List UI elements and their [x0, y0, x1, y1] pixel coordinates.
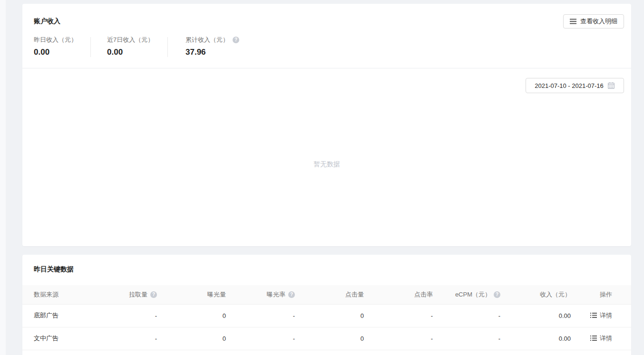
col-header-income: 收入（元） [500, 285, 571, 304]
date-range-value: 2021-07-10 - 2021-07-16 [535, 82, 604, 89]
help-icon[interactable]: ? [288, 291, 295, 298]
ad-revenue-dashboard: 账户收入 查看收入明细 昨日收入（元） 0.00 近7日收入（元） 0.00 [0, 0, 644, 355]
col-header-source: 数据来源 [22, 285, 109, 304]
stat-value-last7days: 0.00 [107, 47, 167, 58]
stat-value-yesterday: 0.00 [34, 47, 90, 58]
empty-state-text: 暂无数据 [22, 160, 631, 169]
cell-impressions: 0 [157, 327, 226, 350]
cell-income: 0.00 [500, 327, 571, 350]
col-header-pull-count: 拉取量? [109, 285, 157, 304]
table-row-bottom-ad: 底部广告 - 0 - 0 - - 0.00 详情 [22, 304, 631, 327]
stat-total-income: 累计收入（元） ? 37.96 [185, 36, 239, 58]
key-data-title: 昨日关键数据 [22, 255, 631, 274]
account-income-card: 账户收入 查看收入明细 昨日收入（元） 0.00 近7日收入（元） 0.00 [22, 4, 631, 246]
cell-pull-count: - [109, 327, 157, 350]
cell-click-rate: - [364, 304, 433, 327]
list-detail-icon [590, 335, 597, 341]
col-header-click-rate: 点击率 [364, 285, 433, 304]
cell-clicks: 0 [295, 327, 364, 350]
income-chart-area: 2021-07-10 - 2021-07-16 [22, 68, 631, 246]
cell-ecpm: - [433, 304, 500, 327]
cell-impression-rate: - [226, 327, 295, 350]
detail-link[interactable]: 详情 [590, 334, 612, 343]
help-icon[interactable]: ? [233, 37, 239, 43]
view-income-detail-label: 查看收入明细 [580, 17, 617, 26]
date-range-picker[interactable]: 2021-07-10 - 2021-07-16 [526, 78, 624, 93]
table-header-row: 数据来源 拉取量? 曝光量 曝光率? 点击量 点击率 eCPM（元）? 收入（元… [22, 285, 631, 304]
stat-label-last7days: 近7日收入（元） [107, 36, 154, 44]
cell-ecpm: - [433, 327, 500, 350]
stat-yesterday-income: 昨日收入（元） 0.00 [34, 36, 90, 58]
key-data-card: 昨日关键数据 数据来源 拉取量? 曝光量 曝光率? 点击量 点击率 eCPM（元… [22, 255, 631, 355]
stat-value-total: 37.96 [185, 47, 239, 58]
cell-impressions: 0 [157, 304, 226, 327]
cell-income: 0.00 [500, 304, 571, 327]
cell-impression-rate: - [226, 304, 295, 327]
cell-source: 底部广告 [22, 304, 109, 327]
table-row-intext-ad: 文中广告 - 0 - 0 - - 0.00 详情 [22, 327, 631, 350]
left-gutter [0, 0, 6, 355]
stat-label-total: 累计收入（元） [185, 36, 229, 44]
calendar-icon [607, 82, 615, 89]
account-income-title: 账户收入 [34, 17, 60, 26]
col-header-impressions: 曝光量 [157, 285, 226, 304]
account-income-header: 账户收入 查看收入明细 [22, 4, 631, 29]
help-icon[interactable]: ? [150, 291, 157, 298]
stat-divider [90, 37, 91, 57]
menu-icon [570, 19, 576, 24]
cell-pull-count: - [109, 304, 157, 327]
col-header-action: 操作 [571, 285, 631, 304]
col-header-ecpm: eCPM（元）? [433, 285, 500, 304]
stat-last7days-income: 近7日收入（元） 0.00 [107, 36, 167, 58]
view-income-detail-button[interactable]: 查看收入明细 [563, 14, 624, 29]
stat-label-yesterday: 昨日收入（元） [34, 36, 77, 44]
income-stats: 昨日收入（元） 0.00 近7日收入（元） 0.00 累计收入（元） ? 37.… [22, 36, 631, 58]
detail-link-label: 详情 [600, 334, 612, 343]
detail-link-label: 详情 [600, 311, 612, 320]
col-header-clicks: 点击量 [295, 285, 364, 304]
list-detail-icon [590, 312, 597, 318]
help-icon[interactable]: ? [494, 291, 500, 298]
detail-link[interactable]: 详情 [590, 311, 612, 320]
stat-divider [167, 37, 168, 57]
key-data-table: 数据来源 拉取量? 曝光量 曝光率? 点击量 点击率 eCPM（元）? 收入（元… [22, 285, 631, 350]
cell-click-rate: - [364, 327, 433, 350]
col-header-impression-rate: 曝光率? [226, 285, 295, 304]
cell-source: 文中广告 [22, 327, 109, 350]
cell-clicks: 0 [295, 304, 364, 327]
cell-action: 详情 [571, 304, 631, 327]
cell-action: 详情 [571, 327, 631, 350]
